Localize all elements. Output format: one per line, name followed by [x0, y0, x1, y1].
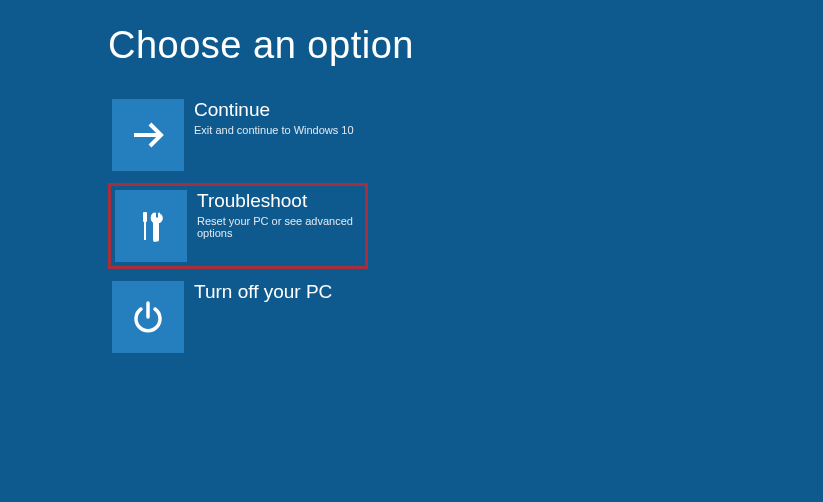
tools-icon [115, 190, 187, 262]
continue-title: Continue [194, 99, 354, 122]
troubleshoot-title: Troubleshoot [197, 190, 361, 213]
option-list: Continue Exit and continue to Windows 10 [108, 95, 823, 357]
turnoff-option[interactable]: Turn off your PC [108, 277, 368, 357]
arrow-right-icon [112, 99, 184, 171]
turnoff-text: Turn off your PC [194, 281, 332, 304]
continue-option[interactable]: Continue Exit and continue to Windows 10 [108, 95, 368, 175]
continue-text: Continue Exit and continue to Windows 10 [194, 99, 354, 136]
turnoff-title: Turn off your PC [194, 281, 332, 304]
continue-desc: Exit and continue to Windows 10 [194, 124, 354, 136]
troubleshoot-desc: Reset your PC or see advanced options [197, 215, 361, 239]
troubleshoot-text: Troubleshoot Reset your PC or see advanc… [197, 190, 361, 239]
page-title: Choose an option [108, 24, 823, 67]
svg-rect-1 [143, 212, 147, 222]
svg-rect-2 [144, 222, 146, 240]
troubleshoot-option[interactable]: Troubleshoot Reset your PC or see advanc… [108, 183, 368, 269]
power-icon [112, 281, 184, 353]
recovery-screen: Choose an option Continue Exit and conti… [0, 0, 823, 357]
